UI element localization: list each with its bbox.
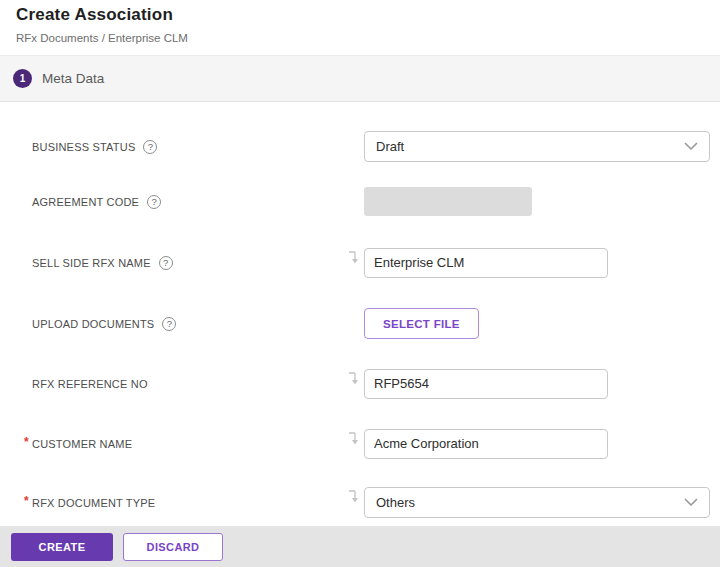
field-row-agreement-code: AGREEMENT CODE ? — [32, 187, 710, 216]
section-title: Meta Data — [42, 71, 104, 86]
agreement-code-field-disabled — [364, 187, 532, 216]
breadcrumb: RFx Documents / Enterprise CLM — [16, 32, 720, 44]
rfx-document-type-selected-value: Others — [376, 495, 415, 510]
create-button[interactable]: CREATE — [11, 533, 113, 561]
field-label-group: AGREEMENT CODE ? — [32, 195, 364, 209]
chevron-down-icon — [684, 142, 698, 151]
business-status-selected-value: Draft — [376, 139, 404, 154]
field-control — [364, 248, 608, 278]
meta-data-section-header: 1 Meta Data — [0, 55, 720, 102]
field-label-group: SELL SIDE RFX NAME ? — [32, 256, 364, 270]
corner-down-arrow-icon — [348, 431, 359, 446]
field-control: SELECT FILE — [364, 308, 479, 339]
help-icon[interactable]: ? — [147, 195, 161, 209]
business-status-select[interactable]: Draft — [364, 131, 710, 162]
help-icon[interactable]: ? — [162, 317, 176, 331]
field-label-group: * RFX DOCUMENT TYPE — [32, 497, 364, 509]
action-bar: CREATE DISCARD — [0, 526, 720, 567]
corner-down-arrow-icon — [348, 250, 359, 265]
field-row-upload-documents: UPLOAD DOCUMENTS ? SELECT FILE — [32, 308, 710, 339]
field-row-rfx-document-type: * RFX DOCUMENT TYPE Others — [32, 487, 710, 518]
required-marker: * — [24, 435, 29, 449]
field-row-sell-side-rfx-name: SELL SIDE RFX NAME ? — [32, 247, 710, 278]
field-label-group: RFX REFERENCE NO — [32, 378, 364, 390]
sell-side-rfx-name-label: SELL SIDE RFX NAME — [32, 257, 151, 269]
field-control — [364, 187, 532, 216]
field-label-group: * CUSTOMER NAME — [32, 438, 364, 450]
sell-side-rfx-name-input[interactable] — [364, 248, 608, 278]
select-file-button[interactable]: SELECT FILE — [364, 308, 479, 339]
page-title: Create Association — [16, 5, 720, 25]
field-control — [364, 369, 608, 399]
corner-down-arrow-icon — [348, 371, 359, 386]
agreement-code-label: AGREEMENT CODE — [32, 196, 139, 208]
business-status-label: BUSINESS STATUS — [32, 141, 135, 153]
step-number-badge: 1 — [13, 69, 32, 88]
customer-name-input[interactable] — [364, 429, 608, 459]
discard-button[interactable]: DISCARD — [123, 533, 223, 561]
chevron-down-icon — [684, 498, 698, 507]
field-control — [364, 429, 608, 459]
field-row-customer-name: * CUSTOMER NAME — [32, 428, 710, 459]
field-label-group: UPLOAD DOCUMENTS ? — [32, 317, 364, 331]
customer-name-label: CUSTOMER NAME — [32, 438, 132, 450]
upload-documents-label: UPLOAD DOCUMENTS — [32, 318, 154, 330]
rfx-document-type-select[interactable]: Others — [364, 487, 710, 518]
rfx-reference-no-input[interactable] — [364, 369, 608, 399]
field-row-business-status: BUSINESS STATUS ? Draft — [32, 131, 710, 162]
field-label-group: BUSINESS STATUS ? — [32, 140, 364, 154]
help-icon[interactable]: ? — [143, 140, 157, 154]
required-marker: * — [24, 494, 29, 508]
field-row-rfx-reference-no: RFX REFERENCE NO — [32, 368, 710, 399]
page-header: Create Association RFx Documents / Enter… — [0, 0, 720, 55]
help-icon[interactable]: ? — [159, 256, 173, 270]
rfx-reference-no-label: RFX REFERENCE NO — [32, 378, 148, 390]
corner-down-arrow-icon — [348, 489, 359, 504]
field-control: Others — [364, 487, 710, 518]
rfx-document-type-label: RFX DOCUMENT TYPE — [32, 497, 155, 509]
field-control: Draft — [364, 131, 710, 162]
